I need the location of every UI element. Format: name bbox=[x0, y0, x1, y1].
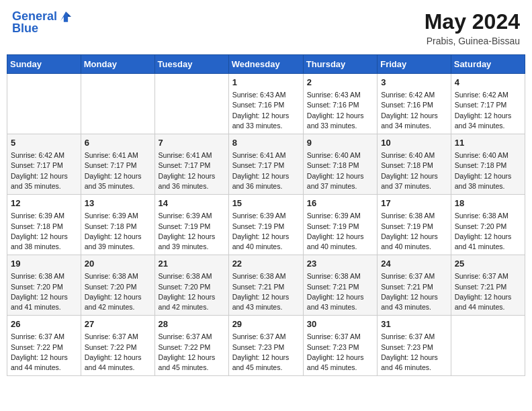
day-number: 4 bbox=[455, 77, 521, 89]
calendar-cell: 16Sunrise: 6:39 AM Sunset: 7:19 PM Dayli… bbox=[303, 195, 377, 255]
day-number: 6 bbox=[85, 137, 151, 149]
day-number: 18 bbox=[455, 197, 521, 210]
day-number: 15 bbox=[232, 197, 300, 210]
day-number: 13 bbox=[85, 197, 151, 210]
day-info: Sunrise: 6:42 AM Sunset: 7:17 PM Dayligh… bbox=[11, 150, 77, 191]
calendar-cell bbox=[451, 316, 525, 376]
day-number: 7 bbox=[159, 137, 225, 149]
calendar-cell: 13Sunrise: 6:39 AM Sunset: 7:18 PM Dayli… bbox=[81, 195, 154, 255]
weekday-header: Tuesday bbox=[154, 55, 228, 74]
calendar-cell: 9Sunrise: 6:40 AM Sunset: 7:18 PM Daylig… bbox=[303, 134, 377, 195]
day-info: Sunrise: 6:43 AM Sunset: 7:16 PM Dayligh… bbox=[307, 90, 373, 131]
logo-icon bbox=[58, 9, 73, 24]
calendar-week-row: 1Sunrise: 6:43 AM Sunset: 7:16 PM Daylig… bbox=[7, 74, 525, 134]
calendar-cell: 4Sunrise: 6:42 AM Sunset: 7:17 PM Daylig… bbox=[451, 74, 525, 134]
day-info: Sunrise: 6:37 AM Sunset: 7:21 PM Dayligh… bbox=[381, 271, 447, 312]
calendar-cell: 17Sunrise: 6:38 AM Sunset: 7:19 PM Dayli… bbox=[378, 195, 451, 255]
day-number: 19 bbox=[11, 258, 77, 270]
day-number: 20 bbox=[85, 258, 151, 270]
calendar-cell: 25Sunrise: 6:37 AM Sunset: 7:21 PM Dayli… bbox=[451, 255, 525, 316]
day-info: Sunrise: 6:37 AM Sunset: 7:23 PM Dayligh… bbox=[232, 332, 300, 373]
calendar-cell: 22Sunrise: 6:38 AM Sunset: 7:21 PM Dayli… bbox=[228, 255, 303, 316]
day-info: Sunrise: 6:38 AM Sunset: 7:19 PM Dayligh… bbox=[381, 211, 447, 252]
day-info: Sunrise: 6:38 AM Sunset: 7:20 PM Dayligh… bbox=[159, 271, 225, 312]
weekday-header: Thursday bbox=[303, 55, 377, 74]
day-number: 29 bbox=[232, 318, 300, 330]
day-info: Sunrise: 6:38 AM Sunset: 7:21 PM Dayligh… bbox=[307, 271, 373, 312]
day-number: 5 bbox=[11, 137, 77, 149]
calendar-cell: 29Sunrise: 6:37 AM Sunset: 7:23 PM Dayli… bbox=[228, 316, 303, 376]
title-block: May 2024 Prabis, Guinea-Bissau bbox=[425, 9, 520, 46]
day-number: 12 bbox=[11, 197, 77, 210]
calendar-cell: 2Sunrise: 6:43 AM Sunset: 7:16 PM Daylig… bbox=[303, 74, 377, 134]
calendar-cell: 30Sunrise: 6:37 AM Sunset: 7:23 PM Dayli… bbox=[303, 316, 377, 376]
day-info: Sunrise: 6:38 AM Sunset: 7:21 PM Dayligh… bbox=[232, 271, 300, 312]
calendar-cell: 8Sunrise: 6:41 AM Sunset: 7:17 PM Daylig… bbox=[228, 134, 303, 195]
calendar-cell bbox=[7, 74, 81, 134]
page-header: General Blue May 2024 Prabis, Guinea-Bis… bbox=[7, 7, 525, 49]
day-number: 8 bbox=[232, 137, 300, 149]
day-info: Sunrise: 6:37 AM Sunset: 7:22 PM Dayligh… bbox=[159, 332, 225, 373]
day-info: Sunrise: 6:38 AM Sunset: 7:20 PM Dayligh… bbox=[455, 211, 521, 252]
day-info: Sunrise: 6:39 AM Sunset: 7:19 PM Dayligh… bbox=[159, 211, 225, 252]
day-info: Sunrise: 6:40 AM Sunset: 7:18 PM Dayligh… bbox=[307, 150, 373, 191]
calendar-cell: 24Sunrise: 6:37 AM Sunset: 7:21 PM Dayli… bbox=[378, 255, 451, 316]
calendar-cell: 31Sunrise: 6:37 AM Sunset: 7:23 PM Dayli… bbox=[378, 316, 451, 376]
day-info: Sunrise: 6:37 AM Sunset: 7:23 PM Dayligh… bbox=[381, 332, 447, 373]
day-number: 27 bbox=[85, 318, 151, 330]
calendar-cell: 10Sunrise: 6:40 AM Sunset: 7:18 PM Dayli… bbox=[378, 134, 451, 195]
calendar-cell: 11Sunrise: 6:40 AM Sunset: 7:18 PM Dayli… bbox=[451, 134, 525, 195]
day-number: 21 bbox=[159, 258, 225, 270]
calendar-cell: 23Sunrise: 6:38 AM Sunset: 7:21 PM Dayli… bbox=[303, 255, 377, 316]
calendar-cell: 19Sunrise: 6:38 AM Sunset: 7:20 PM Dayli… bbox=[7, 255, 81, 316]
weekday-header: Wednesday bbox=[228, 55, 303, 74]
day-info: Sunrise: 6:42 AM Sunset: 7:17 PM Dayligh… bbox=[455, 90, 521, 131]
day-number: 22 bbox=[232, 258, 300, 270]
day-info: Sunrise: 6:42 AM Sunset: 7:16 PM Dayligh… bbox=[381, 90, 447, 131]
day-number: 28 bbox=[159, 318, 225, 330]
calendar-cell: 5Sunrise: 6:42 AM Sunset: 7:17 PM Daylig… bbox=[7, 134, 81, 195]
day-number: 10 bbox=[381, 137, 447, 149]
calendar-week-row: 26Sunrise: 6:37 AM Sunset: 7:22 PM Dayli… bbox=[7, 316, 525, 376]
weekday-header: Monday bbox=[81, 55, 154, 74]
day-info: Sunrise: 6:38 AM Sunset: 7:20 PM Dayligh… bbox=[11, 271, 77, 312]
weekday-header: Saturday bbox=[451, 55, 525, 74]
day-info: Sunrise: 6:41 AM Sunset: 7:17 PM Dayligh… bbox=[85, 150, 151, 191]
calendar-cell: 12Sunrise: 6:39 AM Sunset: 7:18 PM Dayli… bbox=[7, 195, 81, 255]
day-number: 3 bbox=[381, 77, 447, 89]
day-number: 31 bbox=[381, 318, 447, 330]
day-info: Sunrise: 6:39 AM Sunset: 7:18 PM Dayligh… bbox=[11, 211, 77, 252]
calendar-cell: 20Sunrise: 6:38 AM Sunset: 7:20 PM Dayli… bbox=[81, 255, 154, 316]
calendar-cell: 28Sunrise: 6:37 AM Sunset: 7:22 PM Dayli… bbox=[154, 316, 228, 376]
day-number: 14 bbox=[159, 197, 225, 210]
day-number: 17 bbox=[381, 197, 447, 210]
calendar-cell: 14Sunrise: 6:39 AM Sunset: 7:19 PM Dayli… bbox=[154, 195, 228, 255]
day-number: 30 bbox=[307, 318, 373, 330]
day-number: 24 bbox=[381, 258, 447, 270]
calendar-table: SundayMondayTuesdayWednesdayThursdayFrid… bbox=[7, 54, 525, 376]
calendar-cell bbox=[154, 74, 228, 134]
day-info: Sunrise: 6:39 AM Sunset: 7:19 PM Dayligh… bbox=[307, 211, 373, 252]
day-info: Sunrise: 6:43 AM Sunset: 7:16 PM Dayligh… bbox=[232, 90, 300, 131]
calendar-cell: 6Sunrise: 6:41 AM Sunset: 7:17 PM Daylig… bbox=[81, 134, 154, 195]
calendar-week-row: 12Sunrise: 6:39 AM Sunset: 7:18 PM Dayli… bbox=[7, 195, 525, 255]
day-number: 9 bbox=[307, 137, 373, 149]
weekday-header: Friday bbox=[378, 55, 451, 74]
calendar-cell: 3Sunrise: 6:42 AM Sunset: 7:16 PM Daylig… bbox=[378, 74, 451, 134]
day-info: Sunrise: 6:41 AM Sunset: 7:17 PM Dayligh… bbox=[232, 150, 300, 191]
day-number: 26 bbox=[11, 318, 77, 330]
calendar-cell: 27Sunrise: 6:37 AM Sunset: 7:22 PM Dayli… bbox=[81, 316, 154, 376]
day-info: Sunrise: 6:40 AM Sunset: 7:18 PM Dayligh… bbox=[455, 150, 521, 191]
calendar-week-row: 19Sunrise: 6:38 AM Sunset: 7:20 PM Dayli… bbox=[7, 255, 525, 316]
day-info: Sunrise: 6:41 AM Sunset: 7:17 PM Dayligh… bbox=[159, 150, 225, 191]
calendar-cell: 18Sunrise: 6:38 AM Sunset: 7:20 PM Dayli… bbox=[451, 195, 525, 255]
calendar-cell: 15Sunrise: 6:39 AM Sunset: 7:19 PM Dayli… bbox=[228, 195, 303, 255]
logo: General Blue bbox=[12, 9, 73, 36]
calendar-cell: 7Sunrise: 6:41 AM Sunset: 7:17 PM Daylig… bbox=[154, 134, 228, 195]
day-number: 25 bbox=[455, 258, 521, 270]
day-number: 16 bbox=[307, 197, 373, 210]
calendar-week-row: 5Sunrise: 6:42 AM Sunset: 7:17 PM Daylig… bbox=[7, 134, 525, 195]
calendar-cell: 26Sunrise: 6:37 AM Sunset: 7:22 PM Dayli… bbox=[7, 316, 81, 376]
day-info: Sunrise: 6:37 AM Sunset: 7:21 PM Dayligh… bbox=[455, 271, 521, 312]
day-info: Sunrise: 6:37 AM Sunset: 7:22 PM Dayligh… bbox=[11, 332, 77, 373]
